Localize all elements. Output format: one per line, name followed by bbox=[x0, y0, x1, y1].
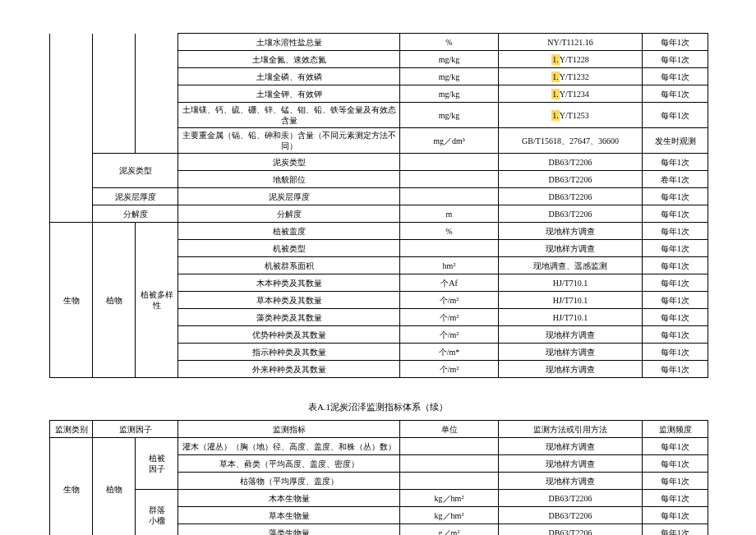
indicator-cell: 地貌部位 bbox=[178, 171, 400, 188]
method-cell: 现地样方调查 bbox=[499, 438, 643, 455]
method-cell: GB/T15618、27647、36600 bbox=[499, 128, 643, 154]
indicator-cell: 分解度 bbox=[178, 205, 400, 223]
header-frequency: 监测频度 bbox=[643, 421, 708, 438]
unit-cell: % bbox=[400, 223, 499, 240]
header-indicator: 监测指标 bbox=[178, 421, 400, 438]
freq-cell: 每年1次 bbox=[643, 103, 708, 128]
method-cell: DB63/T2206 bbox=[499, 507, 643, 524]
method-cell: 现地样方调查 bbox=[499, 361, 643, 378]
indicator-cell: 土壤全氮、速效态氮 bbox=[178, 51, 400, 68]
header-method: 监测方法或引用方法 bbox=[499, 421, 643, 438]
method-cell: 1.Y/T1228 bbox=[499, 51, 643, 68]
category-biology: 生物 bbox=[50, 223, 93, 378]
indicator-cell: 草本生物量 bbox=[178, 507, 400, 524]
indicator-cell: 灌木（灌丛）（胸（地）径、高度、盖度、和株（丛）数） bbox=[178, 438, 400, 455]
unit-cell: kg／hm² bbox=[400, 507, 499, 524]
blank bbox=[50, 34, 93, 51]
indicator-cell: 藻类生物量 bbox=[178, 524, 400, 536]
unit-cell bbox=[400, 438, 499, 455]
freq-cell: 每年1次 bbox=[643, 507, 708, 524]
freq-cell: 每年1次 bbox=[643, 68, 708, 85]
freq-cell: 每年1次 bbox=[643, 85, 708, 103]
indicator-cell: 草本种类及其数量 bbox=[178, 292, 400, 309]
unit-cell: mg／dm³ bbox=[400, 128, 499, 154]
header-unit: 单位 bbox=[400, 421, 499, 438]
factor-veg: 植被 因子 bbox=[136, 438, 178, 490]
indicator-cell: 草本、藓类（平均高度、盖度、密度） bbox=[178, 455, 400, 473]
indicator-cell: 木本种类及其数量 bbox=[178, 274, 400, 292]
freq-cell: 每年1次 bbox=[643, 223, 708, 240]
blank bbox=[136, 34, 178, 51]
freq-cell: 每年1次 bbox=[643, 51, 708, 68]
method-cell: DB63/T2206 bbox=[499, 490, 643, 507]
unit-cell bbox=[400, 240, 499, 257]
category-biology: 生物 bbox=[50, 438, 93, 536]
unit-cell: 个/m² bbox=[400, 361, 499, 378]
method-cell: 现地样方调查 bbox=[499, 223, 643, 240]
freq-cell: 每年1次 bbox=[643, 257, 708, 274]
factor-peat-thickness: 泥炭层厚度 bbox=[93, 188, 178, 205]
unit-cell: 个/m² bbox=[400, 292, 499, 309]
factor-community: 群落 小榴 bbox=[136, 490, 178, 536]
monitoring-table-1: 土壤水溶性盐总量 % NY/T1121.16 每年1次 土壤全氮、速效态氮 mg… bbox=[49, 33, 708, 378]
indicator-cell: 木本生物量 bbox=[178, 490, 400, 507]
method-cell: 现地样方调查 bbox=[499, 326, 643, 344]
indicator-cell: 外来种种类及其数量 bbox=[178, 361, 400, 378]
method-cell: DB63/T2206 bbox=[499, 154, 643, 171]
indicator-cell: 指示种种类及其数量 bbox=[178, 344, 400, 361]
unit-cell: 个Af bbox=[400, 274, 499, 292]
freq-cell: 每年1次 bbox=[643, 455, 708, 473]
freq-cell: 每年1次 bbox=[643, 188, 708, 205]
indicator-cell: 土壤全磷、有效磷 bbox=[178, 68, 400, 85]
indicator-cell: 枯落物（平均厚度、盖度） bbox=[178, 473, 400, 490]
factor-peat-type: 泥炭类型 bbox=[93, 154, 178, 188]
unit-cell: % bbox=[400, 34, 499, 51]
method-cell: DB63/T2206 bbox=[499, 188, 643, 205]
freq-cell: 每年1次 bbox=[643, 361, 708, 378]
freq-cell: 每年1次 bbox=[643, 309, 708, 326]
indicator-cell: 土壤镁、钙、硫、硼、锌、锰、钼、铅、铁等全量及有效态含量 bbox=[178, 103, 400, 128]
unit-cell: mg/kg bbox=[400, 51, 499, 68]
freq-cell: 每年1次 bbox=[643, 274, 708, 292]
freq-cell: 每年1次 bbox=[643, 240, 708, 257]
indicator-cell: 机被类型 bbox=[178, 240, 400, 257]
indicator-cell: 土壤全钾、有效钾 bbox=[178, 85, 400, 103]
unit-cell bbox=[400, 188, 499, 205]
monitoring-table-2: 监测类别 监测因子 监测指标 单位 监测方法或引用方法 监测频度 生物 植物 植… bbox=[49, 420, 708, 535]
freq-cell: 发生时观测 bbox=[643, 128, 708, 154]
unit-cell: g／m² bbox=[400, 524, 499, 536]
unit-cell: mg/kg bbox=[400, 68, 499, 85]
method-cell: 现地样方调查 bbox=[499, 473, 643, 490]
subcategory-plant: 植物 bbox=[93, 223, 136, 378]
unit-cell: 个/m² bbox=[400, 326, 499, 344]
method-cell: DB63/T2206 bbox=[499, 524, 643, 536]
method-cell: HJ/T710.1 bbox=[499, 309, 643, 326]
freq-cell: 每年1次 bbox=[643, 34, 708, 51]
method-cell: DB63/T2206 bbox=[499, 171, 643, 188]
method-cell: 1.Y/T1232 bbox=[499, 68, 643, 85]
indicator-cell: 土壤水溶性盐总量 bbox=[178, 34, 400, 51]
unit-cell bbox=[400, 154, 499, 171]
freq-cell: 每年1次 bbox=[643, 292, 708, 309]
unit-cell bbox=[400, 455, 499, 473]
freq-cell: 每年1次 bbox=[643, 326, 708, 344]
freq-cell: 每年1次 bbox=[643, 344, 708, 361]
method-cell: 现地样方调查 bbox=[499, 240, 643, 257]
freq-cell: 每年1次 bbox=[643, 473, 708, 490]
freq-cell: 每年1次 bbox=[643, 438, 708, 455]
indicator-cell: 泥炭层厚度 bbox=[178, 188, 400, 205]
unit-cell: mg/kg bbox=[400, 85, 499, 103]
indicator-cell: 机被群系面积 bbox=[178, 257, 400, 274]
unit-cell: hm² bbox=[400, 257, 499, 274]
subcategory-plant: 植物 bbox=[93, 438, 136, 536]
factor-decomposition: 分解度 bbox=[93, 205, 178, 223]
header-category: 监测类别 bbox=[50, 421, 93, 438]
method-cell: HJ/T710.1 bbox=[499, 274, 643, 292]
method-cell: 现地样方调查 bbox=[499, 455, 643, 473]
method-cell: NY/T1121.16 bbox=[499, 34, 643, 51]
freq-cell: 每年1次 bbox=[643, 490, 708, 507]
blank bbox=[93, 34, 136, 51]
unit-cell: 个/m* bbox=[400, 344, 499, 361]
unit-cell: m bbox=[400, 205, 499, 223]
indicator-cell: 藻类种类及其数量 bbox=[178, 309, 400, 326]
